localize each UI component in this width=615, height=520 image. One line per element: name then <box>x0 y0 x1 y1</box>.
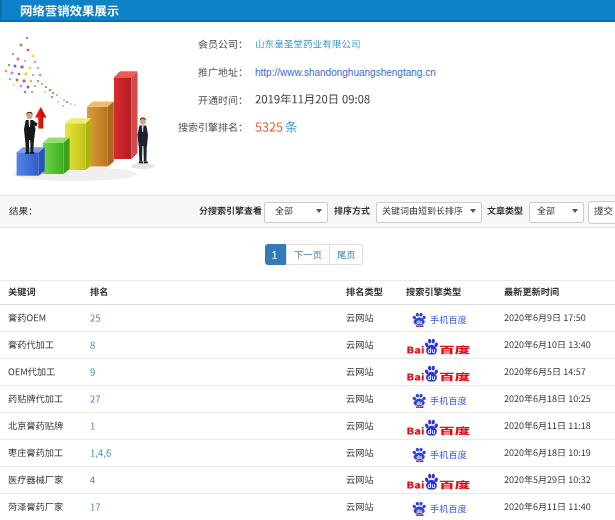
svg-text:du: du <box>416 509 422 514</box>
svg-text:du: du <box>416 401 422 406</box>
svg-text:du: du <box>416 320 422 325</box>
svg-text:du: du <box>416 455 422 460</box>
